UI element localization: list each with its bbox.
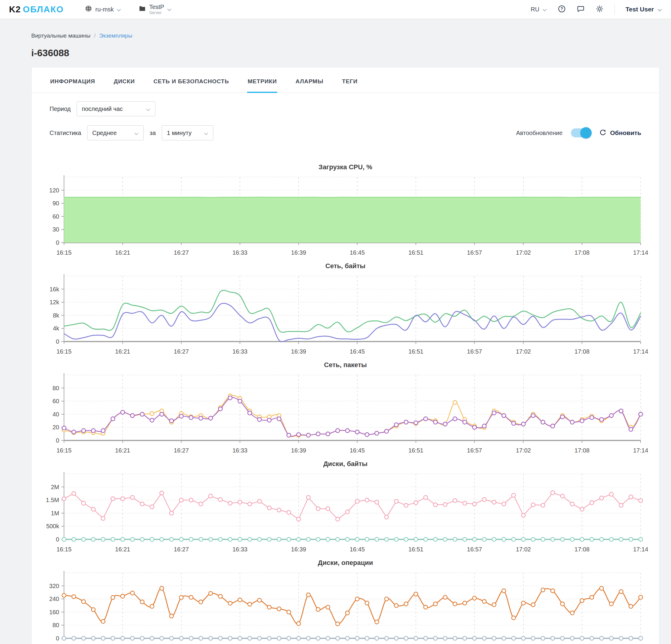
svg-text:16:33: 16:33	[232, 249, 247, 256]
chevron-down-icon	[204, 129, 208, 136]
autorefresh-label: Автообновление	[516, 129, 563, 136]
breadcrumb-section[interactable]: Виртуальные машины	[31, 33, 90, 39]
cpu-load-chart-plot: 030609012016:1516:2116:2716:3316:3916:45…	[31, 173, 660, 262]
tab-information[interactable]: ИНФОРМАЦИЯ	[50, 67, 96, 92]
project-label: TestP	[149, 4, 164, 10]
svg-text:16:39: 16:39	[291, 348, 306, 355]
svg-text:16:51: 16:51	[408, 447, 423, 454]
page-title: i-636088	[31, 48, 671, 59]
network-bytes-chart-plot: 04k8k12k16k16:1516:2116:2716:3316:3916:4…	[31, 272, 660, 360]
theme-button[interactable]	[596, 5, 604, 14]
svg-text:1.5M: 1.5M	[46, 497, 59, 503]
svg-text:17:14: 17:14	[633, 546, 648, 553]
svg-text:16:21: 16:21	[115, 249, 130, 256]
user-menu[interactable]: Test User	[625, 6, 662, 13]
svg-text:0: 0	[56, 635, 59, 642]
tab-disks[interactable]: ДИСКИ	[113, 67, 136, 92]
disk-bytes-chart-plot: 0500k1M1.5M2M16:1516:2116:2716:3316:3916…	[31, 470, 660, 558]
chevron-down-icon	[167, 6, 172, 13]
svg-text:1M: 1M	[51, 510, 59, 517]
svg-text:2M: 2M	[51, 484, 59, 491]
autorefresh-toggle[interactable]	[571, 128, 591, 137]
svg-text:17:02: 17:02	[516, 447, 531, 454]
svg-text:40: 40	[53, 411, 59, 418]
network-packets-chart: Сеть, пакеты02040608016:1516:2116:2716:3…	[31, 361, 659, 459]
breadcrumb: Виртуальные машины / Экземпляры	[31, 33, 659, 39]
period-select[interactable]: последний час	[77, 101, 155, 116]
cpu-load-chart: Загрузка CPU, %030609012016:1516:2116:27…	[31, 163, 659, 262]
project-selector[interactable]: TestP Server	[139, 4, 172, 15]
disk-operations-chart-title: Диски, операции	[31, 559, 659, 567]
interval-value: 1 минуту	[167, 129, 191, 136]
disk-operations-chart-plot: 08016024032016:1516:2116:2716:3316:3916:…	[31, 569, 660, 644]
svg-text:16:27: 16:27	[174, 447, 189, 454]
svg-text:16:39: 16:39	[291, 546, 306, 553]
svg-text:80: 80	[53, 622, 59, 628]
chevron-down-icon	[146, 106, 150, 112]
app-logo[interactable]: K2 ОБЛАКО	[9, 4, 64, 14]
question-circle-icon: ?	[558, 5, 566, 14]
network-packets-chart-plot: 02040608016:1516:2116:2716:3316:3916:451…	[31, 371, 660, 459]
tab-alarms[interactable]: АЛАРМЫ	[295, 67, 324, 92]
svg-text:16:57: 16:57	[467, 249, 482, 256]
chevron-down-icon	[542, 6, 547, 13]
svg-text:17:08: 17:08	[574, 546, 590, 553]
feedback-button[interactable]	[577, 5, 585, 14]
charts-area: Загрузка CPU, %030609012016:1516:2116:27…	[31, 149, 659, 644]
globe-icon	[85, 5, 92, 14]
period-value: последний час	[82, 106, 123, 112]
svg-text:16:51: 16:51	[408, 249, 423, 256]
svg-text:17:14: 17:14	[633, 447, 648, 454]
chevron-down-icon	[134, 129, 139, 136]
statistic-label: Статистика	[50, 129, 81, 136]
svg-text:16:39: 16:39	[291, 249, 306, 256]
svg-text:16:33: 16:33	[232, 348, 247, 355]
tab-metrics[interactable]: МЕТРИКИ	[247, 67, 277, 92]
metrics-controls: Период последний час Статистика Среднее …	[31, 93, 659, 140]
svg-text:20: 20	[53, 424, 59, 431]
svg-text:16:33: 16:33	[232, 447, 247, 454]
statistic-select[interactable]: Среднее	[87, 125, 144, 140]
svg-text:8k: 8k	[53, 312, 60, 319]
svg-text:320: 320	[49, 583, 59, 589]
chevron-down-icon	[117, 6, 121, 13]
svg-text:12k: 12k	[50, 299, 60, 306]
svg-text:16:21: 16:21	[115, 447, 130, 454]
statistic-value: Среднее	[92, 129, 117, 136]
svg-text:80: 80	[53, 385, 59, 392]
interval-select[interactable]: 1 минуту	[162, 125, 213, 140]
svg-text:16:27: 16:27	[174, 249, 189, 256]
svg-text:16:33: 16:33	[232, 546, 247, 553]
breadcrumb-current[interactable]: Экземпляры	[99, 33, 132, 39]
svg-text:160: 160	[49, 609, 59, 616]
logo-k2: K2	[9, 4, 21, 14]
svg-text:16:57: 16:57	[467, 348, 482, 355]
region-selector[interactable]: ru-msk	[85, 5, 121, 14]
language-selector[interactable]: RU	[531, 6, 547, 13]
svg-text:240: 240	[49, 596, 59, 602]
svg-text:0: 0	[56, 536, 59, 543]
svg-text:16:45: 16:45	[350, 249, 365, 256]
svg-text:0: 0	[56, 338, 59, 345]
svg-text:16:21: 16:21	[115, 546, 130, 553]
instance-card: ИНФОРМАЦИЯ ДИСКИ СЕТЬ И БЕЗОПАСНОСТЬ МЕТ…	[31, 67, 660, 644]
svg-text:16:15: 16:15	[56, 249, 72, 256]
disk-bytes-chart: Диски, байты0500k1M1.5M2M16:1516:2116:27…	[31, 460, 659, 558]
help-button[interactable]: ?	[558, 5, 566, 14]
svg-text:60: 60	[53, 398, 59, 404]
project-sub-label: Server	[149, 11, 164, 15]
svg-text:4k: 4k	[53, 325, 60, 332]
logo-cloud: ОБЛАКО	[23, 4, 64, 14]
cpu-load-chart-title: Загрузка CPU, %	[31, 163, 659, 172]
svg-text:90: 90	[53, 200, 59, 207]
tab-network-security[interactable]: СЕТЬ И БЕЗОПАСНОСТЬ	[153, 67, 230, 92]
region-label: ru-msk	[95, 6, 114, 13]
network-bytes-chart-title: Сеть, байты	[31, 262, 659, 271]
svg-text:17:14: 17:14	[633, 249, 648, 256]
period-label: Период	[50, 106, 71, 112]
refresh-button[interactable]: Обновить	[599, 129, 641, 137]
tab-tags[interactable]: ТЕГИ	[341, 67, 358, 92]
folder-icon	[139, 5, 146, 14]
svg-text:16:51: 16:51	[408, 348, 423, 355]
svg-text:?: ?	[560, 6, 563, 11]
